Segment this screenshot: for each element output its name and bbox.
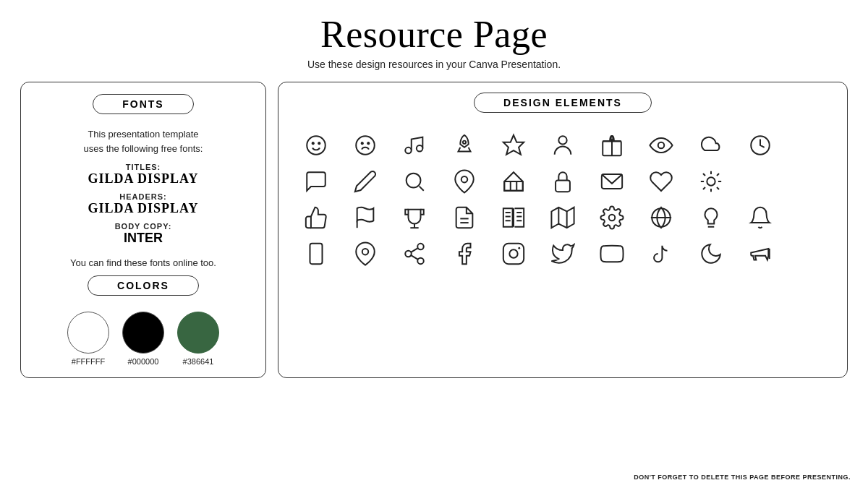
icon-pencil: [342, 166, 388, 197]
svg-point-15: [461, 176, 467, 183]
svg-point-8: [463, 141, 466, 144]
svg-rect-45: [503, 244, 524, 264]
titles-entry: TITLES: GILDA DISPLAY: [88, 163, 199, 187]
icon-map: [540, 202, 586, 233]
icon-instagram: [490, 239, 537, 269]
svg-point-35: [609, 215, 616, 221]
svg-point-41: [406, 251, 412, 257]
icon-globe: [638, 202, 684, 233]
icon-empty-4: [786, 202, 833, 233]
right-panel: DESIGN ELEMENTS: [278, 82, 848, 378]
icon-empty-1: [786, 130, 833, 160]
icon-sun: [687, 166, 733, 197]
icon-gift: [589, 130, 635, 160]
icon-document: [441, 202, 488, 233]
svg-line-27: [717, 174, 719, 176]
body-label: BODY COPY:: [115, 222, 172, 231]
design-elements-label: DESIGN ELEMENTS: [474, 93, 652, 113]
icon-mobile: [293, 239, 339, 269]
svg-point-12: [658, 142, 665, 149]
svg-point-47: [518, 247, 520, 249]
icon-book: [490, 202, 537, 233]
svg-point-0: [307, 136, 326, 155]
icon-eye: [638, 130, 684, 160]
icons-grid: [293, 130, 833, 269]
icon-thumbsup: [293, 202, 339, 233]
icon-search: [391, 166, 438, 197]
color-hex-white: #FFFFFF: [72, 357, 105, 366]
icon-star: [490, 130, 537, 160]
color-circle-black: [122, 312, 164, 354]
svg-line-44: [412, 248, 419, 252]
icon-rocket: [441, 130, 488, 160]
icon-youtube: [589, 239, 635, 269]
svg-rect-16: [504, 181, 523, 191]
titles-font: GILDA DISPLAY: [88, 171, 199, 187]
icon-person: [540, 130, 586, 160]
icon-empty-5: [786, 239, 833, 269]
svg-point-1: [312, 142, 314, 144]
svg-rect-17: [556, 181, 570, 192]
icon-share: [391, 239, 438, 269]
icon-smiley: [293, 130, 339, 160]
icon-envelope: [589, 166, 635, 197]
color-hex-green: #386641: [183, 357, 214, 366]
svg-point-4: [362, 142, 363, 144]
svg-point-19: [707, 177, 715, 185]
icon-flag: [342, 202, 388, 233]
icon-gear: [589, 202, 635, 233]
titles-label: TITLES:: [88, 163, 199, 171]
body-font: INTER: [115, 231, 172, 246]
svg-point-40: [418, 244, 425, 250]
icon-tiktok: [638, 239, 684, 269]
icon-location: [342, 239, 388, 269]
icon-megaphone: [737, 239, 783, 269]
svg-line-22: [703, 174, 705, 176]
svg-point-46: [509, 249, 517, 257]
svg-point-14: [407, 174, 421, 188]
svg-line-23: [717, 187, 719, 189]
icon-empty-2: [737, 166, 783, 197]
color-black: #000000: [122, 312, 164, 366]
fonts-label: FONTS: [93, 94, 193, 114]
main-content: FONTS This presentation templateuses the…: [0, 74, 868, 385]
color-swatches: #FFFFFF #000000 #386641: [67, 312, 219, 366]
icon-home: [490, 166, 537, 197]
icon-lock: [540, 166, 586, 197]
icon-facebook: [441, 239, 488, 269]
color-circle-green: [177, 312, 219, 354]
svg-point-3: [357, 136, 375, 155]
svg-marker-32: [551, 207, 574, 228]
icon-bulb: [687, 202, 733, 233]
svg-point-6: [406, 147, 412, 154]
color-circle-white: [67, 312, 109, 354]
icon-moon: [687, 239, 733, 269]
page-subtitle: Use these design resources in your Canva…: [307, 59, 561, 70]
left-panel: FONTS This presentation templateuses the…: [20, 82, 266, 378]
icon-heart: [638, 166, 684, 197]
headers-entry: HEADERS: GILDA DISPLAY: [88, 192, 199, 216]
body-entry: BODY COPY: INTER: [115, 222, 172, 246]
svg-line-26: [703, 187, 705, 189]
svg-marker-48: [610, 251, 616, 257]
icon-cloud: [687, 130, 733, 160]
icon-music: [391, 130, 438, 160]
icon-chat: [293, 166, 339, 197]
footer-note: DON'T FORGET TO DELETE THIS PAGE BEFORE …: [634, 474, 851, 481]
headers-font: GILDA DISPLAY: [88, 201, 199, 216]
color-green: #386641: [177, 312, 219, 366]
color-hex-black: #000000: [128, 357, 159, 366]
icon-sad: [342, 130, 388, 160]
find-fonts: You can find these fonts online too.: [70, 257, 216, 268]
svg-point-42: [418, 258, 425, 265]
svg-marker-9: [503, 135, 524, 155]
svg-point-10: [558, 136, 566, 144]
icon-trophy: [391, 202, 438, 233]
icon-clock: [737, 130, 783, 160]
svg-point-7: [417, 145, 423, 152]
icon-twitter: [540, 239, 586, 269]
svg-point-5: [367, 142, 369, 144]
svg-point-2: [318, 142, 320, 144]
icon-bell: [737, 202, 783, 233]
page-header: Resource Page Use these design resources…: [307, 0, 561, 74]
